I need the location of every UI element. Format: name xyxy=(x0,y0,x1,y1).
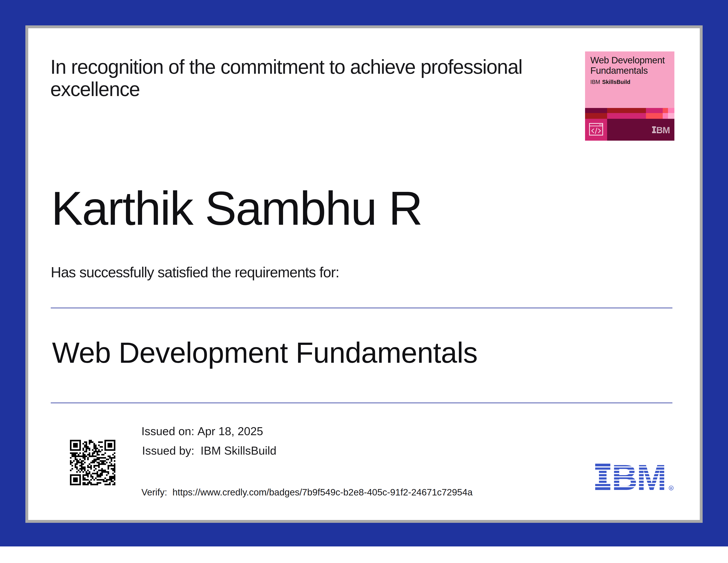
intro-text: In recognition of the commitment to achi… xyxy=(50,56,525,100)
verify-label: Verify: xyxy=(141,487,167,497)
ibm-8bar-logo-small: B M xyxy=(652,126,671,133)
badge-stripe-segment xyxy=(607,113,646,119)
badge-stripe-segment xyxy=(607,108,646,113)
badge-stripe-row-1 xyxy=(585,108,674,113)
verify-line: Verify:https://www.credly.com/badges/7b9… xyxy=(141,488,473,497)
badge-stripe-segment xyxy=(668,108,674,113)
divider-top xyxy=(51,308,672,308)
ibm-8bar-logo: B M R xyxy=(595,464,677,491)
divider-bottom xyxy=(51,403,672,403)
certificate-page: In recognition of the commitment to achi… xyxy=(0,0,728,563)
badge-stripe-segment xyxy=(585,113,607,119)
qualifier-text: Has successfully satisfied the requireme… xyxy=(51,265,339,279)
badge-footer: B M xyxy=(585,119,674,141)
badge-stripe-segment xyxy=(646,113,663,119)
issued-on-line: Issued on:Apr 18, 2025 xyxy=(141,426,263,437)
qr-code xyxy=(70,440,115,485)
credential-badge: Web Development Fundamentals IBMSkillsBu… xyxy=(585,51,674,141)
badge-stripe-segment xyxy=(668,113,674,119)
badge-brand-prefix: IBM xyxy=(590,79,600,85)
badge-icon-cell xyxy=(585,119,607,141)
issued-on-label: Issued on: xyxy=(141,425,194,438)
badge-brand-name: SkillsBuild xyxy=(602,79,630,85)
code-window-icon xyxy=(589,123,603,136)
badge-maroon-band: B M xyxy=(607,119,674,141)
badge-stripe-segment xyxy=(663,108,668,113)
recipient-name: Karthik Sambhu R xyxy=(51,184,422,232)
verify-url: https://www.credly.com/badges/7b9f549c-b… xyxy=(173,487,473,497)
issued-on-value: Apr 18, 2025 xyxy=(197,425,263,438)
credential-title: Web Development Fundamentals xyxy=(52,338,478,368)
badge-stripe-segment xyxy=(663,113,668,119)
badge-header: Web Development Fundamentals IBMSkillsBu… xyxy=(585,51,674,108)
badge-brand: IBMSkillsBuild xyxy=(590,79,670,85)
svg-text:R: R xyxy=(670,487,672,490)
badge-stripe-segment xyxy=(585,108,607,113)
badge-stripe-row-2 xyxy=(585,113,674,119)
issued-by-label: Issued by: xyxy=(142,444,194,457)
badge-stripe-segment xyxy=(646,108,663,113)
issued-by-line: Issued by:IBM SkillsBuild xyxy=(142,445,276,456)
issued-by-value: IBM SkillsBuild xyxy=(201,444,276,457)
badge-title: Web Development Fundamentals xyxy=(590,55,670,76)
